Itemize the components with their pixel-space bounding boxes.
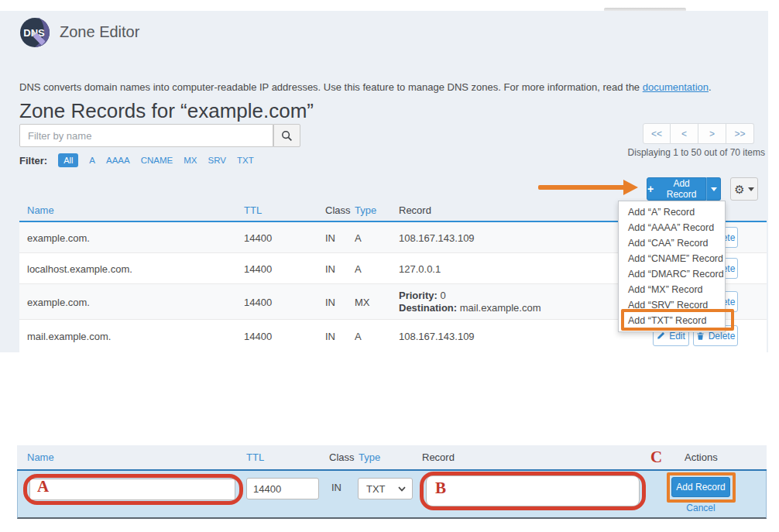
filter-mx[interactable]: MX (184, 156, 197, 165)
search-button[interactable] (273, 124, 300, 147)
menu-item-add-caa-record[interactable]: Add “CAA” Record (619, 235, 725, 251)
intro-text-before: DNS converts domain names into computer-… (19, 81, 643, 93)
record-value: 127.0.0.1 (399, 263, 441, 274)
menu-item-add-mx-record[interactable]: Add “MX” Record (619, 282, 725, 297)
gear-icon: ⚙ (734, 184, 744, 195)
trash-icon (696, 331, 705, 341)
pagination-first-button[interactable]: << (643, 123, 671, 144)
record-ttl: 14400 (244, 296, 272, 307)
form-col-header-type[interactable]: Type (359, 451, 380, 463)
add-record-button-label: Add Record (657, 178, 705, 200)
form-col-header-ttl[interactable]: TTL (246, 451, 264, 463)
record-input[interactable] (426, 475, 640, 506)
record-type: A (355, 263, 362, 274)
settings-button[interactable]: ⚙ (730, 177, 758, 201)
pagination-prev-button[interactable]: < (671, 123, 698, 144)
col-header-type[interactable]: Type (355, 204, 376, 216)
plus-icon: + (647, 184, 654, 194)
filter-txt[interactable]: TXT (237, 156, 254, 165)
dns-zone-editor-icon: DNS (19, 17, 50, 48)
add-record-submit-button[interactable]: Add Record (671, 477, 730, 497)
page-title: Zone Editor (60, 23, 139, 41)
form-col-header-class: Class (329, 451, 355, 463)
destination-label: Destination: (399, 302, 457, 314)
cancel-link[interactable]: Cancel (671, 503, 730, 513)
add-record-dropdown-toggle[interactable] (706, 177, 721, 201)
pencil-icon (657, 331, 665, 340)
filter-label: Filter: (19, 155, 47, 166)
priority-value: 0 (440, 290, 445, 301)
record-ttl: 14400 (244, 263, 272, 274)
filter-all[interactable]: All (58, 153, 78, 167)
menu-item-add-dmarc-record[interactable]: Add “DMARC” Record (619, 266, 725, 282)
filter-by-name-input[interactable] (19, 124, 273, 147)
record-ttl: 14400 (244, 331, 272, 342)
record-name: localhost.example.com. (27, 263, 132, 274)
annotation-letter-a: A (37, 477, 49, 496)
record-class: IN (325, 232, 335, 243)
record-value: 108.167.143.109 (399, 232, 475, 243)
filter-a[interactable]: A (89, 156, 95, 165)
menu-item-add-a-record[interactable]: Add “A” Record (619, 204, 725, 220)
form-col-header-name[interactable]: Name (27, 451, 54, 463)
annotation-letter-c: C (650, 448, 662, 467)
col-header-class: Class (325, 204, 351, 216)
class-value: IN (331, 482, 341, 493)
zone-records-heading: Zone Records for “example.com” (19, 99, 314, 123)
name-input[interactable] (29, 479, 235, 500)
col-header-record: Record (399, 204, 431, 216)
annotation-arrow-head (623, 180, 638, 195)
search-icon (281, 130, 293, 142)
annotation-arrow (538, 185, 625, 190)
record-value: 108.167.143.109 (399, 331, 475, 342)
filter-srv[interactable]: SRV (208, 156, 226, 165)
chevron-down-icon (398, 486, 406, 492)
record-class: IN (325, 263, 335, 274)
chevron-down-icon (711, 187, 717, 191)
filter-cname[interactable]: CNAME (141, 156, 173, 165)
intro-text-after: . (709, 81, 712, 93)
col-header-ttl[interactable]: TTL (244, 204, 262, 216)
form-col-header-record: Record (422, 451, 455, 463)
record-value: Priority: 0 Destination: mail.example.co… (399, 290, 541, 314)
menu-item-add-cname-record[interactable]: Add “CNAME” Record (619, 251, 725, 266)
col-header-name[interactable]: Name (27, 204, 54, 216)
pagination-last-button[interactable]: >> (726, 123, 754, 144)
menu-item-add-txt-record[interactable]: Add “TXT” Record (619, 313, 725, 328)
record-class: IN (325, 296, 335, 307)
add-record-button[interactable]: + Add Record (647, 177, 706, 201)
pagination-next-button[interactable]: > (698, 123, 726, 144)
record-type: A (355, 232, 362, 243)
type-select-value: TXT (366, 483, 386, 495)
menu-item-add-aaaa-record[interactable]: Add “AAAA” Record (619, 220, 725, 235)
record-type: A (355, 331, 362, 342)
zone-editor-page: DNS Zone Editor DNS converts domain name… (0, 0, 779, 532)
annotation-letter-b: B (435, 479, 446, 498)
record-name: mail.example.com. (27, 331, 111, 342)
add-record-menu: Add “A” Record Add “AAAA” Record Add “CA… (618, 201, 726, 332)
documentation-link[interactable]: documentation (643, 81, 709, 93)
record-ttl: 14400 (244, 232, 272, 243)
type-filter-bar: Filter: All A AAAA CNAME MX SRV TXT (19, 153, 254, 167)
paging-status: Displaying 1 to 50 out of 70 items (496, 147, 765, 158)
record-type: MX (355, 296, 370, 307)
pagination: << < > >> (643, 123, 754, 144)
type-select[interactable]: TXT (358, 478, 413, 499)
intro-text: DNS converts domain names into computer-… (19, 81, 747, 93)
form-col-header-actions: Actions (685, 451, 718, 463)
record-name: example.com. (27, 232, 90, 243)
record-name: example.com. (27, 296, 90, 307)
destination-value: mail.example.com (460, 302, 541, 314)
filter-aaaa[interactable]: AAAA (106, 156, 130, 165)
record-class: IN (325, 331, 335, 342)
priority-label: Priority: (399, 290, 438, 301)
chevron-down-icon (748, 187, 754, 191)
ttl-input[interactable] (246, 478, 319, 499)
menu-item-add-srv-record[interactable]: Add “SRV” Record (619, 297, 725, 313)
